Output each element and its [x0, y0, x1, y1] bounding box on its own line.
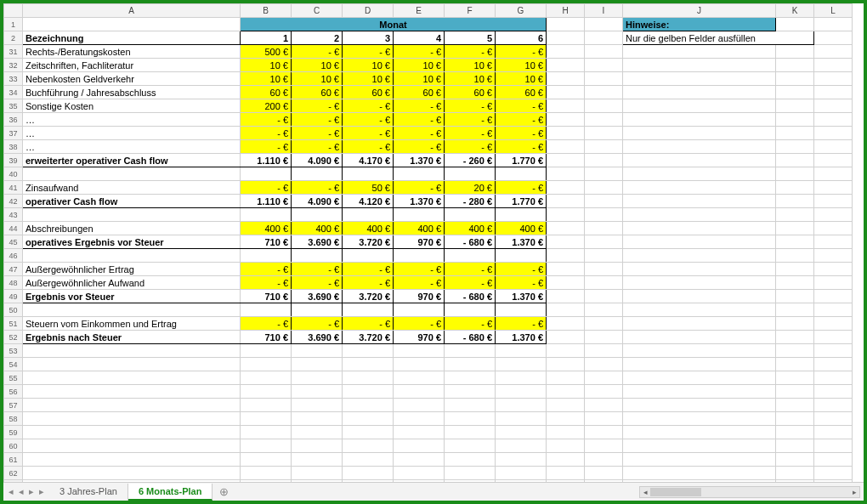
- month-number-header[interactable]: 6: [496, 31, 547, 45]
- cell[interactable]: [496, 453, 547, 467]
- input-cell[interactable]: - €: [241, 113, 292, 127]
- cell[interactable]: [241, 453, 292, 467]
- cell[interactable]: [814, 235, 853, 249]
- cell[interactable]: [445, 385, 496, 399]
- cell[interactable]: [585, 385, 623, 399]
- cell[interactable]: [814, 181, 853, 195]
- cell[interactable]: [623, 303, 776, 317]
- cell[interactable]: [623, 222, 776, 235]
- cell[interactable]: [776, 127, 814, 140]
- cell[interactable]: [776, 276, 814, 290]
- cell[interactable]: [585, 439, 623, 453]
- cell[interactable]: [292, 303, 343, 317]
- cell[interactable]: [585, 467, 623, 480]
- input-cell[interactable]: - €: [445, 317, 496, 331]
- row-header[interactable]: 33: [4, 72, 23, 86]
- total-label[interactable]: erweiterter operativer Cash flow: [23, 154, 241, 167]
- scroll-thumb[interactable]: [650, 488, 701, 496]
- cell[interactable]: [585, 167, 623, 181]
- row-header[interactable]: 45: [4, 235, 23, 249]
- bezeichnung-header[interactable]: Bezeichnung: [23, 31, 241, 45]
- cell[interactable]: [776, 453, 814, 467]
- cell[interactable]: [585, 290, 623, 303]
- input-cell[interactable]: 10 €: [343, 59, 394, 72]
- row-label[interactable]: …: [23, 113, 241, 127]
- cell[interactable]: [547, 317, 585, 331]
- cell[interactable]: [585, 59, 623, 72]
- cell[interactable]: [241, 208, 292, 222]
- input-cell[interactable]: - €: [445, 127, 496, 140]
- row-header[interactable]: 46: [4, 249, 23, 263]
- cell[interactable]: [343, 358, 394, 371]
- cell[interactable]: [776, 412, 814, 426]
- row-header[interactable]: 59: [4, 426, 23, 439]
- input-cell[interactable]: - €: [343, 276, 394, 290]
- cell[interactable]: [547, 113, 585, 127]
- cell[interactable]: [776, 113, 814, 127]
- input-cell[interactable]: 20 €: [445, 181, 496, 195]
- cell[interactable]: [776, 72, 814, 86]
- cell[interactable]: [23, 371, 241, 385]
- tab-next-icon[interactable]: ▸: [29, 486, 34, 497]
- input-cell[interactable]: - €: [496, 127, 547, 140]
- total-cell[interactable]: 1.110 €: [241, 154, 292, 167]
- total-cell[interactable]: 710 €: [241, 331, 292, 344]
- cell[interactable]: [394, 412, 445, 426]
- cell[interactable]: [623, 235, 776, 249]
- input-cell[interactable]: 10 €: [394, 72, 445, 86]
- cell[interactable]: [241, 344, 292, 358]
- input-cell[interactable]: - €: [343, 263, 394, 276]
- cell[interactable]: [292, 371, 343, 385]
- input-cell[interactable]: 10 €: [292, 59, 343, 72]
- cell[interactable]: [343, 426, 394, 439]
- cell[interactable]: [496, 412, 547, 426]
- input-cell[interactable]: - €: [445, 45, 496, 59]
- cell[interactable]: [585, 113, 623, 127]
- input-cell[interactable]: - €: [394, 99, 445, 113]
- cell[interactable]: [547, 453, 585, 467]
- row-label[interactable]: Rechts-/Beratungskosten: [23, 45, 241, 59]
- cell[interactable]: [814, 72, 853, 86]
- cell[interactable]: [547, 331, 585, 344]
- cell[interactable]: [241, 399, 292, 412]
- cell[interactable]: [445, 412, 496, 426]
- row-header[interactable]: 57: [4, 399, 23, 412]
- input-cell[interactable]: - €: [292, 99, 343, 113]
- row-header[interactable]: 39: [4, 154, 23, 167]
- input-cell[interactable]: - €: [394, 45, 445, 59]
- cell[interactable]: [343, 344, 394, 358]
- cell[interactable]: [585, 412, 623, 426]
- input-cell[interactable]: 400 €: [496, 222, 547, 235]
- cell[interactable]: [547, 412, 585, 426]
- input-cell[interactable]: - €: [496, 113, 547, 127]
- cell[interactable]: [623, 195, 776, 208]
- cell[interactable]: [623, 467, 776, 480]
- input-cell[interactable]: 10 €: [445, 59, 496, 72]
- row-label[interactable]: Sonstige Kosten: [23, 99, 241, 113]
- cell[interactable]: [623, 317, 776, 331]
- cell[interactable]: [547, 86, 585, 99]
- cell[interactable]: [445, 303, 496, 317]
- col-header[interactable]: E: [394, 4, 445, 18]
- cell[interactable]: [496, 344, 547, 358]
- cell[interactable]: [394, 439, 445, 453]
- monat-header[interactable]: Monat: [241, 18, 547, 31]
- cell[interactable]: [547, 358, 585, 371]
- input-cell[interactable]: 60 €: [445, 86, 496, 99]
- row-header[interactable]: 58: [4, 412, 23, 426]
- total-cell[interactable]: 3.720 €: [343, 290, 394, 303]
- row-header[interactable]: 51: [4, 317, 23, 331]
- cell[interactable]: [292, 426, 343, 439]
- row-header[interactable]: 53: [4, 344, 23, 358]
- cell[interactable]: [623, 208, 776, 222]
- cell[interactable]: [241, 303, 292, 317]
- cell[interactable]: [814, 358, 853, 371]
- cell[interactable]: [585, 249, 623, 263]
- cell[interactable]: [445, 208, 496, 222]
- cell[interactable]: [496, 358, 547, 371]
- cell[interactable]: [547, 276, 585, 290]
- input-cell[interactable]: - €: [241, 263, 292, 276]
- total-cell[interactable]: 4.090 €: [292, 195, 343, 208]
- input-cell[interactable]: - €: [241, 317, 292, 331]
- cell[interactable]: [814, 127, 853, 140]
